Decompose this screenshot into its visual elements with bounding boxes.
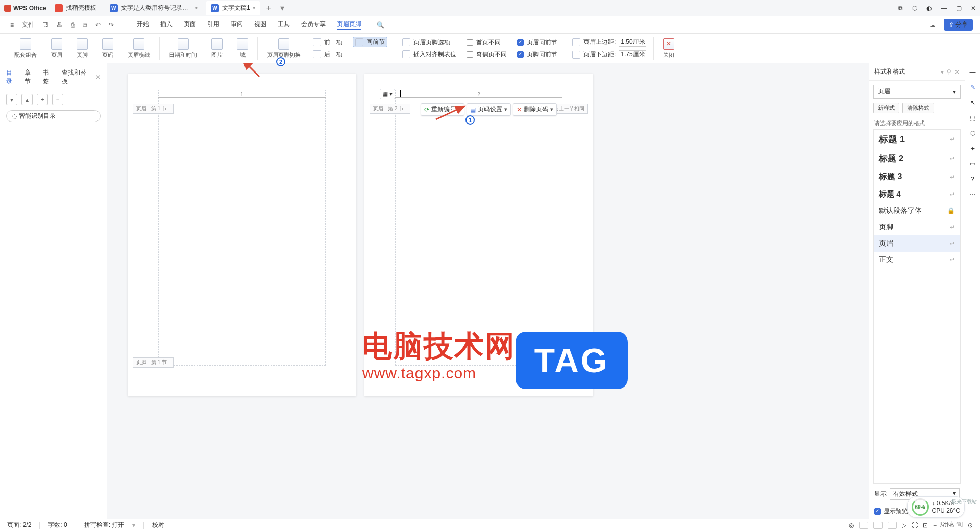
nav-up-button[interactable]: ▴ (21, 94, 33, 105)
rail-more-icon[interactable]: ⋯ (970, 191, 976, 198)
footer-button[interactable]: 页脚 (71, 38, 93, 59)
align-tab-button[interactable]: 插入对齐制表位 (402, 50, 456, 59)
header-same-checkbox[interactable]: 页眉同前节 (517, 38, 557, 47)
style-header[interactable]: 页眉↵ (874, 235, 960, 252)
reader-mode-icon[interactable]: ⧉ (898, 5, 903, 12)
status-words[interactable]: 字数: 0 (48, 521, 67, 529)
rail-select-icon[interactable]: ⬚ (970, 114, 975, 122)
current-style-select[interactable]: 页眉▾ (873, 85, 961, 99)
tab-add-button[interactable]: + (263, 4, 274, 13)
first-page-different-checkbox[interactable]: 首页不同 (467, 38, 507, 47)
copy-icon[interactable]: ⧉ (80, 21, 90, 29)
preview-icon[interactable]: ⎙ (68, 21, 78, 29)
file-menu[interactable]: 文件 (19, 20, 37, 29)
next-item-button[interactable]: 后一项 (313, 50, 342, 59)
close-header-footer-button[interactable]: ✕关闭 (658, 38, 679, 59)
style-heading-2[interactable]: 标题 2↵ (874, 149, 960, 168)
show-preview-checkbox[interactable] (874, 508, 881, 515)
tab-reference[interactable]: 引用 (207, 20, 219, 30)
share-button[interactable]: ⇪ 分享 (944, 19, 973, 31)
tab-page[interactable]: 页面 (184, 20, 196, 30)
combo-set-button[interactable]: 配套组合 (9, 38, 42, 59)
rail-book-icon[interactable]: ▭ (970, 160, 975, 167)
switch-header-footer-button[interactable]: 页眉页脚切换 (262, 38, 306, 59)
view-outline-button[interactable] (873, 522, 883, 529)
tab-doc-2[interactable]: W文字文稿1• (206, 1, 260, 15)
cube-icon[interactable]: ⬡ (912, 5, 917, 12)
new-style-button[interactable]: 新样式 (873, 103, 899, 113)
header-button[interactable]: 页眉 (46, 38, 67, 59)
clear-format-button[interactable]: 清除格式 (902, 103, 934, 113)
nav-plus-button[interactable]: + (37, 94, 48, 105)
status-spell[interactable]: 拼写检查: 打开 (84, 521, 125, 529)
zoom-fit-icon[interactable]: ⊡ (923, 522, 928, 529)
tab-templates[interactable]: 找稻壳模板 (50, 1, 102, 15)
style-heading-3[interactable]: 标题 3↵ (874, 168, 960, 186)
nav-tab-bookmarks[interactable]: 书签 (43, 68, 53, 86)
view-read-icon[interactable]: ▷ (902, 522, 906, 529)
status-page[interactable]: 页面: 2/2 (7, 521, 31, 529)
delete-page-number-button[interactable]: ✕删除页码 ▾ (513, 103, 557, 116)
window-close[interactable]: ✕ (971, 5, 976, 12)
rail-shape-icon[interactable]: ⬡ (970, 130, 975, 137)
style-body[interactable]: 正文↵ (874, 252, 960, 268)
view-page-button[interactable] (859, 522, 868, 529)
user-avatar[interactable]: ◐ (926, 5, 932, 12)
style-heading-1[interactable]: 标题 1↵ (874, 130, 960, 149)
tab-member[interactable]: 会员专享 (301, 20, 326, 30)
style-heading-4[interactable]: 标题 4↵ (874, 186, 960, 203)
window-minimize[interactable]: — (941, 5, 947, 12)
page-setup-button[interactable]: ▤页码设置 ▾ (467, 103, 511, 116)
nav-close-icon[interactable]: ✕ (95, 74, 101, 81)
styles-close-icon[interactable]: ✕ (954, 68, 960, 76)
header-footer-options-button[interactable]: 页眉页脚选项 (402, 38, 456, 47)
picture-button[interactable]: 图片 (206, 38, 228, 59)
rail-help-icon[interactable]: ? (971, 176, 974, 183)
header-top-input[interactable]: 1.50厘米 (619, 38, 646, 47)
view-target-icon[interactable]: ◎ (849, 522, 854, 529)
tab-doc-1[interactable]: W文字是人类用符号记录表达信息以• (105, 1, 203, 15)
rail-collapse-icon[interactable]: — (970, 68, 976, 76)
cloud-icon[interactable]: ☁ (926, 21, 939, 29)
field-button[interactable]: 域 (232, 38, 253, 59)
tab-start[interactable]: 开始 (137, 20, 149, 30)
style-default-font[interactable]: 默认段落字体🔒 (874, 203, 960, 219)
document-canvas[interactable]: 1 页眉 - 第 1 节 - 页脚 - 第 1 节 - 2 页眉 - 第 2 节… (107, 63, 869, 519)
renumber-button[interactable]: ⟳重新编号 ▾ (421, 103, 464, 116)
nav-tab-toc[interactable]: 目录 (6, 68, 16, 86)
view-focus-icon[interactable]: ⛶ (912, 522, 918, 529)
nav-minus-button[interactable]: − (52, 94, 63, 105)
header-line-button[interactable]: 页眉横线 (122, 38, 155, 59)
style-footer[interactable]: 页脚↵ (874, 219, 960, 235)
tab-tools[interactable]: 工具 (278, 20, 290, 30)
pin-icon[interactable]: ⚲ (947, 68, 951, 76)
style-list[interactable]: 标题 1↵ 标题 2↵ 标题 3↵ 标题 4↵ 默认段落字体🔒 页脚↵ 页眉↵ … (873, 129, 961, 484)
footer-same-checkbox[interactable]: 页脚同前节 (517, 50, 557, 59)
zoom-slider-icon[interactable]: ⊙ (968, 522, 973, 529)
page-number-button[interactable]: 页码 (97, 38, 118, 59)
nav-tab-find[interactable]: 查找和替换 (62, 68, 87, 86)
rail-tools-icon[interactable]: ✦ (970, 145, 975, 152)
rail-cursor-icon[interactable]: ↖ (970, 99, 975, 106)
date-time-button[interactable]: 日期和时间 (164, 38, 202, 59)
nav-collapse-button[interactable]: ▾ (6, 94, 17, 105)
smart-toc-button[interactable]: ◌ 智能识别目录 (6, 110, 101, 122)
nav-tab-sections[interactable]: 章节 (24, 68, 35, 86)
tab-menu-button[interactable]: ▾ (277, 3, 287, 13)
search-icon[interactable]: 🔍 (374, 21, 387, 29)
hamburger-icon[interactable]: ≡ (7, 21, 17, 29)
undo-icon[interactable]: ↶ (92, 21, 104, 29)
view-web-button[interactable] (888, 522, 897, 529)
window-maximize[interactable]: ▢ (956, 5, 962, 12)
tab-view[interactable]: 视图 (254, 20, 266, 30)
header-options-dropdown[interactable]: ▦ ▾ (380, 89, 395, 99)
zoom-out-button[interactable]: − (933, 522, 937, 529)
same-as-previous-button[interactable]: 同前节 (353, 37, 387, 47)
rail-pen-icon[interactable]: ✎ (970, 84, 975, 91)
tab-header-footer[interactable]: 页眉页脚 (337, 20, 361, 30)
tab-review[interactable]: 审阅 (231, 20, 243, 30)
tab-insert[interactable]: 插入 (160, 20, 173, 30)
save-icon[interactable]: 🖫 (39, 21, 52, 29)
odd-even-different-checkbox[interactable]: 奇偶页不同 (467, 50, 507, 59)
redo-icon[interactable]: ↷ (106, 21, 117, 29)
